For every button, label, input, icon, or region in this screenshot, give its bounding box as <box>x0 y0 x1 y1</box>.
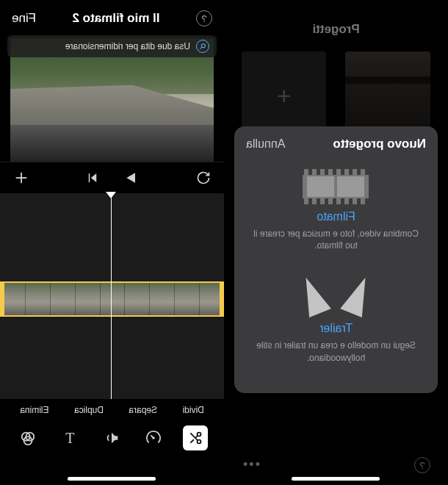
add-media-button[interactable] <box>13 170 29 186</box>
bottom-toolbar: ? ••• <box>224 457 448 473</box>
tool-text[interactable]: T <box>58 425 83 450</box>
option-movie[interactable]: Filmato Combina video, foto e musica per… <box>246 162 426 265</box>
svg-point-8 <box>198 440 201 444</box>
tip-text: Usa due dita per ridimensionare <box>65 41 190 51</box>
more-button[interactable]: ••• <box>242 457 260 473</box>
option-movie-desc: Combina video, foto e musica per creare … <box>252 228 420 251</box>
cancel-button[interactable]: Annulla <box>246 137 285 151</box>
option-trailer[interactable]: Trailer Segui un modello e crea un trail… <box>246 265 426 376</box>
tool-scissors[interactable] <box>184 425 209 450</box>
svg-rect-4 <box>89 173 90 182</box>
tool-volume[interactable] <box>100 425 125 450</box>
clip-strip[interactable] <box>0 281 224 317</box>
sheet-title: Nuovo progetto <box>333 137 426 151</box>
clip-trim-right[interactable] <box>0 281 4 317</box>
undo-button[interactable] <box>196 170 211 185</box>
spotlights-icon <box>311 272 362 316</box>
help-icon: ? <box>419 460 424 471</box>
action-delete[interactable]: Elimina <box>20 405 48 415</box>
svg-point-13 <box>153 437 155 439</box>
option-movie-title: Filmato <box>252 210 420 223</box>
svg-line-10 <box>191 439 195 443</box>
filmstrip-icon <box>303 169 369 204</box>
editor-screen: ? Il mio filmato 2 Fine Usa due dita per… <box>0 0 224 485</box>
action-duplicate[interactable]: Duplica <box>74 405 104 415</box>
tip-banner: Usa due dita per ridimensionare <box>7 35 217 57</box>
timeline[interactable] <box>0 193 224 399</box>
plus-icon: + <box>277 82 292 110</box>
transport-bar <box>0 162 224 193</box>
clip-actions: Dividi Separa Duplica Elimina <box>0 399 224 420</box>
home-indicator <box>68 477 156 481</box>
tool-filter[interactable] <box>16 425 41 450</box>
option-trailer-desc: Segui un modello e crea un trailer in st… <box>252 340 420 363</box>
done-button[interactable]: Fine <box>12 11 36 26</box>
svg-line-1 <box>200 47 202 49</box>
magnify-icon <box>196 40 209 53</box>
svg-point-7 <box>198 433 201 436</box>
new-project-sheet: Nuovo progetto Annulla Filmato Combina v… <box>234 126 438 393</box>
home-indicator <box>292 477 380 481</box>
project-title: Il mio filmato 2 <box>73 11 160 26</box>
svg-marker-3 <box>91 173 97 182</box>
svg-marker-2 <box>127 173 136 182</box>
svg-marker-14 <box>112 433 118 444</box>
clip-trim-left[interactable] <box>220 281 224 317</box>
action-split[interactable]: Dividi <box>182 405 203 415</box>
svg-point-0 <box>201 44 205 48</box>
editor-header: ? Il mio filmato 2 Fine <box>0 0 224 34</box>
playhead[interactable] <box>111 193 112 399</box>
tool-tabs: T <box>0 420 224 464</box>
help-button[interactable]: ? <box>196 10 212 26</box>
svg-line-11 <box>196 436 198 438</box>
tool-speed[interactable] <box>142 425 167 450</box>
play-button[interactable] <box>125 170 140 185</box>
projects-screen: Progetti + ? ••• Nuovo progetto Annulla <box>224 0 448 485</box>
help-icon: ? <box>201 13 206 24</box>
action-detach[interactable]: Separa <box>129 405 157 415</box>
option-trailer-title: Trailer <box>252 322 420 335</box>
skip-forward-button[interactable] <box>87 171 100 184</box>
projects-header: Progetti <box>224 0 448 43</box>
help-button[interactable]: ? <box>414 457 430 473</box>
